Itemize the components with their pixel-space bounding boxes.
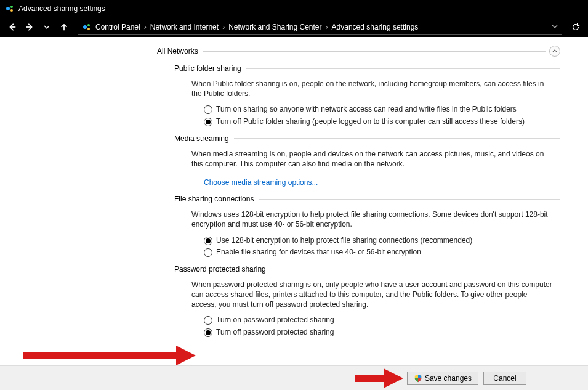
cancel-button[interactable]: Cancel	[483, 372, 526, 385]
section-title: All Networks	[157, 47, 198, 55]
radio-public-on[interactable]: Turn on sharing so anyone with network a…	[204, 105, 554, 115]
address-bar[interactable]: Control Panel › Network and Internet › N…	[78, 20, 562, 35]
divider	[271, 269, 560, 269]
description: When Public folder sharing is on, people…	[191, 79, 554, 99]
subsection-title: Media streaming	[174, 134, 229, 143]
subsection-title: Password protected sharing	[174, 265, 266, 274]
address-dropdown[interactable]	[552, 23, 558, 31]
radio-icon[interactable]	[204, 248, 212, 257]
cancel-label: Cancel	[493, 374, 516, 383]
breadcrumb-item[interactable]: Network and Internet	[150, 23, 219, 31]
svg-point-6	[87, 24, 90, 26]
subsection-media-streaming: Media streaming When media streaming is …	[174, 134, 560, 188]
radio-icon[interactable]	[204, 105, 212, 114]
window-title: Advanced sharing settings	[18, 4, 105, 13]
radio-label: Enable file sharing for devices that use…	[216, 248, 421, 258]
radio-128bit[interactable]: Use 128-bit encryption to help protect f…	[204, 236, 554, 246]
collapse-toggle[interactable]	[549, 46, 560, 57]
divider	[234, 138, 560, 139]
divider	[246, 68, 560, 69]
breadcrumb-separator: ›	[144, 23, 147, 31]
radio-label: Turn off Public folder sharing (people l…	[216, 117, 525, 127]
radio-icon[interactable]	[204, 118, 212, 126]
save-changes-button[interactable]: Save changes	[407, 372, 478, 385]
radio-label: Turn on sharing so anyone with network a…	[216, 105, 517, 115]
navbar: Control Panel › Network and Internet › N…	[0, 17, 588, 37]
svg-point-7	[87, 28, 90, 30]
subsection-password-sharing: Password protected sharing When password…	[174, 265, 560, 338]
section-header-all-networks: All Networks	[157, 46, 560, 57]
svg-point-1	[10, 6, 13, 8]
up-button[interactable]	[57, 20, 71, 35]
svg-point-2	[10, 9, 13, 12]
titlebar: Advanced sharing settings	[0, 0, 588, 17]
radio-40-56bit[interactable]: Enable file sharing for devices that use…	[204, 248, 554, 258]
subsection-file-sharing: File sharing connections Windows uses 12…	[174, 195, 560, 258]
media-options-link[interactable]: Choose media streaming options...	[204, 177, 318, 187]
recent-dropdown[interactable]	[39, 20, 54, 35]
content-area: All Networks Public folder sharing When …	[0, 37, 588, 365]
radio-password-off[interactable]: Turn off password protected sharing	[204, 328, 554, 338]
breadcrumb-separator: ›	[326, 23, 328, 31]
refresh-button[interactable]	[568, 20, 583, 35]
forward-button[interactable]	[22, 20, 37, 35]
back-button[interactable]	[5, 20, 20, 35]
breadcrumb-separator: ›	[222, 23, 225, 31]
description: When password protected sharing is on, o…	[191, 280, 554, 310]
breadcrumb-item[interactable]: Advanced sharing settings	[332, 23, 419, 31]
breadcrumb-item[interactable]: Network and Sharing Center	[228, 23, 321, 31]
shield-icon	[414, 374, 422, 383]
divider	[259, 199, 560, 200]
radio-icon[interactable]	[204, 237, 212, 245]
subsection-title: File sharing connections	[174, 195, 254, 203]
radio-icon[interactable]	[204, 328, 212, 337]
description: Windows uses 128-bit encryption to help …	[191, 209, 554, 229]
app-icon	[5, 4, 15, 14]
svg-point-0	[6, 7, 10, 10]
footer: Save changes Cancel	[0, 365, 588, 390]
control-panel-icon	[82, 22, 92, 32]
radio-label: Turn off password protected sharing	[216, 328, 334, 338]
subsection-title: Public folder sharing	[174, 64, 241, 73]
save-label: Save changes	[425, 374, 472, 383]
description: When media streaming is on, people and d…	[191, 149, 554, 169]
radio-public-off[interactable]: Turn off Public folder sharing (people l…	[204, 117, 554, 127]
divider	[203, 51, 546, 52]
breadcrumb-item[interactable]: Control Panel	[95, 23, 140, 31]
subsection-public-folder: Public folder sharing When Public folder…	[174, 64, 560, 127]
radio-icon[interactable]	[204, 316, 212, 325]
svg-point-5	[83, 25, 87, 29]
radio-label: Use 128-bit encryption to help protect f…	[216, 236, 472, 246]
radio-password-on[interactable]: Turn on password protected sharing	[204, 315, 554, 325]
radio-label: Turn on password protected sharing	[216, 315, 334, 325]
